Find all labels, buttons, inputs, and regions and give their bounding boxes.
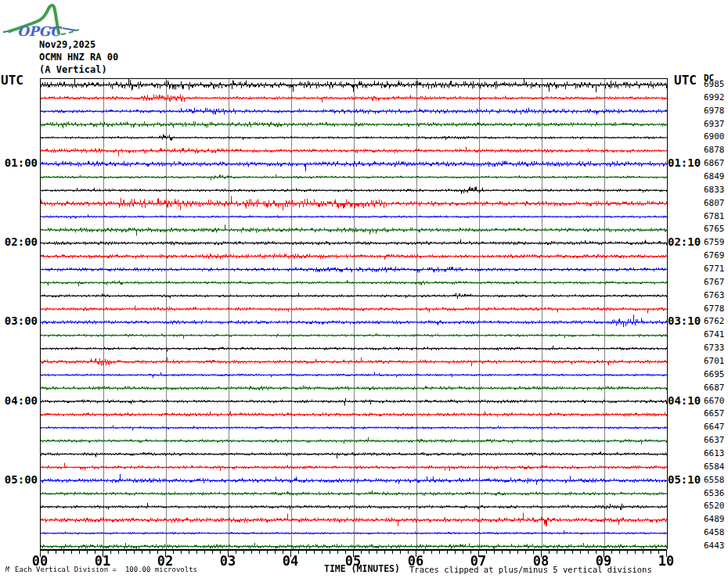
logo-curve-tail <box>61 30 79 34</box>
dc-value: 6637 <box>704 435 725 445</box>
dc-value: 6937 <box>704 119 725 129</box>
hour-label-left: 04:00 <box>0 394 38 407</box>
dc-value: 6584 <box>704 462 725 472</box>
dc-value: 6763 <box>704 290 725 300</box>
dc-value: 6741 <box>704 329 725 340</box>
scale-note: Each Vertical Division = 100.00 microvol… <box>15 566 197 573</box>
dc-value: 6489 <box>704 514 725 524</box>
utc-label-left: UTC <box>1 73 23 88</box>
dc-value: 6878 <box>704 145 725 155</box>
dc-value: 6767 <box>704 277 725 287</box>
opgc-logo: OPGC <box>2 2 86 39</box>
dc-value: 6670 <box>704 396 725 406</box>
dc-value: 6781 <box>704 211 725 221</box>
webicorder-page: OPGC Nov29,2025 OCMN HNZ RA 00 (A Vertic… <box>0 0 728 582</box>
dc-value: 6647 <box>704 422 725 432</box>
x-tick-label: 10 <box>651 553 682 569</box>
dc-value: 6807 <box>704 198 725 208</box>
dc-value: 6613 <box>704 448 725 458</box>
hour-label-right: 02:10 <box>668 235 701 248</box>
helicorder-plot <box>40 78 668 549</box>
hour-label-right: 04:10 <box>668 394 701 407</box>
dc-value: 6833 <box>704 185 725 195</box>
utc-label-right: UTC <box>674 73 697 88</box>
dc-value: 6558 <box>704 475 725 485</box>
helicorder-canvas <box>41 79 667 550</box>
dc-value: 6443 <box>704 541 725 551</box>
x-tick-label: 04 <box>275 553 306 569</box>
dc-value: 6759 <box>704 237 725 247</box>
logo-text: OPGC <box>17 23 63 39</box>
hour-label-left: 05:00 <box>0 473 38 486</box>
hour-label-left: 01:00 <box>0 156 38 169</box>
clip-note: Traces clipped at plus/minus 5 vertical … <box>409 565 652 574</box>
dc-value: 6733 <box>704 343 725 353</box>
header-date: Nov29,2025 <box>39 39 96 50</box>
hour-label-right: 03:10 <box>668 314 701 327</box>
dc-value: 6536 <box>704 488 725 498</box>
dc-value: 6695 <box>704 369 725 379</box>
dc-value: 6762 <box>704 316 725 326</box>
dc-value: 6900 <box>704 131 725 142</box>
hour-label-left: 02:00 <box>0 235 38 248</box>
dc-value: 6867 <box>704 158 725 168</box>
station-code: OCMN HNZ RA 00 <box>39 52 118 63</box>
dc-value: 6985 <box>704 79 725 89</box>
dc-value: 6687 <box>704 383 725 393</box>
hour-label-left: 03:00 <box>0 314 38 327</box>
dc-value: 6978 <box>704 106 725 116</box>
dc-value: 6458 <box>704 527 725 537</box>
dc-value: 6771 <box>704 264 725 274</box>
channel-orientation: (A Vertical) <box>39 64 107 75</box>
dc-value: 6992 <box>704 92 725 102</box>
dc-value: 6657 <box>704 408 725 419</box>
dc-value: 6849 <box>704 171 725 181</box>
hour-label-right: 05:10 <box>668 473 701 486</box>
m-mark: M <box>5 566 9 573</box>
dc-value: 6520 <box>704 501 725 511</box>
dc-value: 6778 <box>704 304 725 314</box>
x-tick-label: 03 <box>212 553 243 569</box>
axis-title: TIME (MINUTES) <box>324 563 400 574</box>
dc-value: 6765 <box>704 224 725 234</box>
hour-label-right: 01:10 <box>668 156 701 169</box>
dc-value: 6769 <box>704 250 725 260</box>
dc-value: 6701 <box>704 356 725 366</box>
